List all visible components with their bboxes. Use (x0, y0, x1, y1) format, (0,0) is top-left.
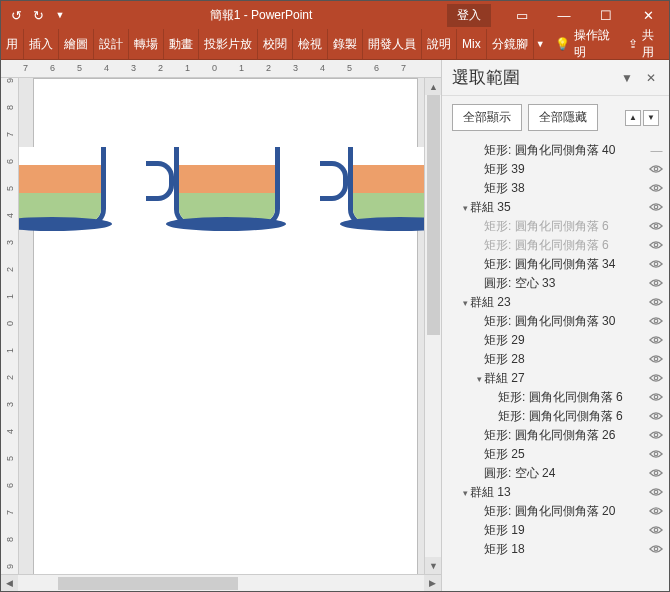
scroll-down-icon[interactable]: ▼ (425, 557, 441, 574)
tree-item[interactable]: 矩形 18 (452, 540, 665, 559)
hide-all-button[interactable]: 全部隱藏 (528, 104, 598, 131)
visibility-eye-icon[interactable] (647, 449, 665, 461)
scroll-up-icon[interactable]: ▲ (425, 78, 441, 95)
visibility-eye-icon[interactable] (647, 468, 665, 480)
expand-arrow-icon[interactable]: ▾ (460, 488, 470, 498)
tree-item[interactable]: 矩形: 圓角化同側角落 20 (452, 502, 665, 521)
ribbon-display-icon[interactable]: ▭ (501, 1, 543, 29)
horizontal-scrollbar[interactable]: ◀ ▶ (1, 574, 441, 591)
ribbon-tab[interactable]: 檢視 (293, 29, 328, 59)
scrollbar-track[interactable] (18, 575, 424, 592)
visibility-eye-icon[interactable] (647, 221, 665, 233)
tree-item[interactable]: 矩形: 圓角化同側角落 6 (452, 407, 665, 426)
scrollbar-thumb[interactable] (58, 577, 238, 590)
chevron-down-icon[interactable]: ▼ (51, 6, 69, 24)
slide[interactable] (33, 78, 418, 574)
visibility-eye-icon[interactable] (647, 354, 665, 366)
ribbon-tab[interactable]: 轉場 (129, 29, 164, 59)
ribbon-tab[interactable]: 校閱 (258, 29, 293, 59)
tree-item-label: 矩形: 圓角化同側角落 30 (484, 313, 647, 330)
tree-item[interactable]: 矩形 39 (452, 160, 665, 179)
tell-me[interactable]: 💡 操作說明 (547, 27, 621, 61)
ribbon-tab[interactable]: 插入 (24, 29, 59, 59)
tree-item[interactable]: 矩形 19 (452, 521, 665, 540)
move-up-icon[interactable]: ▲ (625, 110, 641, 126)
maximize-icon[interactable]: ☐ (585, 1, 627, 29)
ribbon-tab[interactable]: 分鏡腳 (487, 29, 534, 59)
visibility-eye-icon[interactable] (647, 411, 665, 423)
ribbon-tab[interactable]: 投影片放 (199, 29, 258, 59)
ribbon-tab[interactable]: 動畫 (164, 29, 199, 59)
tree-item[interactable]: ▾群組 23 (452, 293, 665, 312)
expand-arrow-icon[interactable]: ▾ (460, 298, 470, 308)
tree-item[interactable]: 矩形 25 (452, 445, 665, 464)
ribbon-tab[interactable]: 用 (1, 29, 24, 59)
panel-title: 選取範圍 (452, 66, 611, 89)
tree-item[interactable]: 矩形 38 (452, 179, 665, 198)
visibility-eye-icon[interactable] (647, 183, 665, 195)
cup-graphic[interactable] (19, 147, 106, 227)
tree-item[interactable]: 矩形: 圓角化同側角落 34 (452, 255, 665, 274)
cup-graphic[interactable] (348, 147, 424, 227)
ribbon-tab[interactable]: 錄製 (328, 29, 363, 59)
visibility-eye-icon[interactable] (647, 240, 665, 252)
ruler-tick: 1 (5, 294, 15, 299)
visibility-eye-icon[interactable] (647, 373, 665, 385)
tree-item[interactable]: 矩形: 圓角化同側角落 26 (452, 426, 665, 445)
visibility-eye-icon[interactable] (647, 164, 665, 176)
visibility-eye-icon[interactable] (647, 487, 665, 499)
tree-item[interactable]: 圓形: 空心 33 (452, 274, 665, 293)
ruler-tick: 5 (347, 63, 352, 73)
undo-icon[interactable]: ↺ (7, 6, 25, 24)
visibility-eye-icon[interactable] (647, 335, 665, 347)
scrollbar-thumb[interactable] (427, 95, 440, 335)
close-icon[interactable]: ✕ (643, 70, 659, 86)
close-icon[interactable]: ✕ (627, 1, 669, 29)
visibility-eye-icon[interactable] (647, 278, 665, 290)
ribbon-tab[interactable]: 設計 (94, 29, 129, 59)
visibility-eye-icon[interactable] (647, 202, 665, 214)
tree-item[interactable]: ▾群組 13 (452, 483, 665, 502)
tree-item[interactable]: ▾群組 27 (452, 369, 665, 388)
visibility-eye-icon[interactable] (647, 525, 665, 537)
visibility-eye-icon[interactable] (647, 506, 665, 518)
vertical-scrollbar[interactable]: ▲ ▼ (424, 78, 441, 574)
scroll-left-icon[interactable]: ◀ (1, 575, 18, 592)
visibility-eye-icon[interactable] (647, 544, 665, 556)
slide-viewport[interactable] (19, 78, 424, 574)
tree-item[interactable]: ▾群組 35 (452, 198, 665, 217)
tree-item[interactable]: 圓形: 空心 24 (452, 464, 665, 483)
tree-item[interactable]: 矩形 28 (452, 350, 665, 369)
tree-item-label: 矩形: 圓角化同側角落 6 (498, 408, 647, 425)
tree-item[interactable]: 矩形: 圓角化同側角落 30 (452, 312, 665, 331)
tree-item[interactable]: 矩形: 圓角化同側角落 6 (452, 236, 665, 255)
share-button[interactable]: ⇪ 共用 (620, 27, 669, 61)
tree-item[interactable]: 矩形: 圓角化同側角落 6 (452, 388, 665, 407)
login-button[interactable]: 登入 (447, 4, 491, 27)
tree-item[interactable]: 矩形 29 (452, 331, 665, 350)
ruler-tick: 6 (374, 63, 379, 73)
ribbon-tab[interactable]: 繪圖 (59, 29, 94, 59)
ribbon-tab[interactable]: 說明 (422, 29, 457, 59)
redo-icon[interactable]: ↻ (29, 6, 47, 24)
ribbon-tab[interactable]: Mix (457, 29, 487, 59)
tree-item[interactable]: 矩形: 圓角化同側角落 6 (452, 217, 665, 236)
visibility-eye-icon[interactable] (647, 297, 665, 309)
tree-item[interactable]: 矩形: 圓角化同側角落 40— (452, 141, 665, 160)
scrollbar-track[interactable] (425, 95, 441, 557)
expand-arrow-icon[interactable]: ▾ (474, 374, 484, 384)
chevron-down-icon[interactable]: ▼ (619, 70, 635, 86)
chevron-down-icon[interactable]: ▼ (534, 39, 547, 49)
visibility-eye-icon[interactable] (647, 392, 665, 404)
visibility-hidden-icon[interactable]: — (647, 144, 665, 158)
cup-graphic[interactable] (174, 147, 280, 227)
move-down-icon[interactable]: ▼ (643, 110, 659, 126)
expand-arrow-icon[interactable]: ▾ (460, 203, 470, 213)
ribbon-tab[interactable]: 開發人員 (363, 29, 422, 59)
scroll-right-icon[interactable]: ▶ (424, 575, 441, 592)
minimize-icon[interactable]: — (543, 1, 585, 29)
show-all-button[interactable]: 全部顯示 (452, 104, 522, 131)
visibility-eye-icon[interactable] (647, 430, 665, 442)
visibility-eye-icon[interactable] (647, 316, 665, 328)
visibility-eye-icon[interactable] (647, 259, 665, 271)
